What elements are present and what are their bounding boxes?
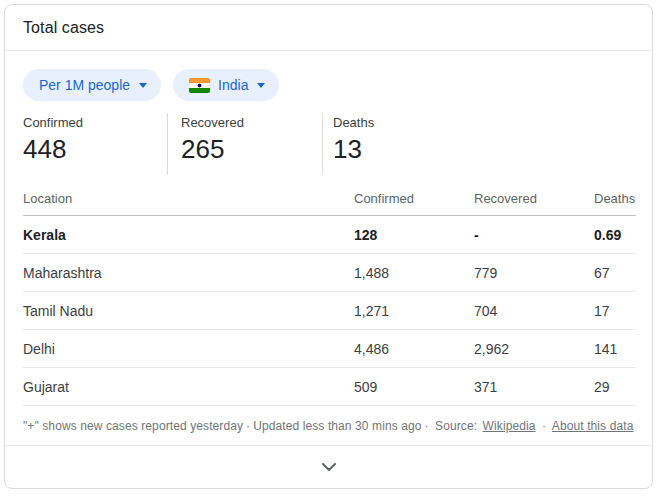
about-this-data-link[interactable]: About this data: [552, 419, 634, 433]
cell-location: Gujarat: [23, 368, 354, 406]
cell-recovered: 371: [474, 368, 594, 406]
stat-recovered-label: Recovered: [181, 115, 322, 131]
region-filter-label: India: [218, 77, 248, 93]
chevron-down-icon: [322, 463, 336, 471]
source-label: Source:: [435, 419, 477, 433]
cell-location: Delhi: [23, 330, 354, 368]
stat-recovered: Recovered 265: [167, 113, 322, 175]
cell-confirmed: 4,486: [354, 330, 474, 368]
cell-recovered: -: [474, 216, 594, 254]
card-title: Total cases: [23, 19, 104, 36]
cell-location: Maharashtra: [23, 254, 354, 292]
stat-deaths-value: 13: [333, 133, 374, 165]
india-flag-icon: [189, 78, 210, 93]
card-header: Total cases: [5, 5, 652, 51]
summary-stats: Confirmed 448 Recovered 265 Deaths 13: [23, 113, 634, 175]
table-row: Gujarat 509 371 29: [23, 368, 636, 406]
wikipedia-link[interactable]: Wikipedia: [483, 419, 536, 433]
cell-recovered: 704: [474, 292, 594, 330]
metric-filter-chip[interactable]: Per 1M people: [23, 69, 161, 101]
expand-button[interactable]: [5, 445, 652, 488]
column-header-deaths: Deaths: [594, 187, 636, 216]
filter-chips-row: Per 1M people India: [23, 69, 634, 101]
region-filter-chip[interactable]: India: [173, 69, 279, 101]
cell-deaths: 29: [594, 368, 636, 406]
cases-table: Location Confirmed Recovered Deaths Kera…: [23, 187, 636, 406]
stat-confirmed-value: 448: [23, 133, 167, 165]
stat-deaths-label: Deaths: [333, 115, 374, 131]
cell-location: Tamil Nadu: [23, 292, 354, 330]
table-row: Maharashtra 1,488 779 67: [23, 254, 636, 292]
table-row: Kerala 128 - 0.69: [23, 216, 636, 254]
table-row: Delhi 4,486 2,962 141: [23, 330, 636, 368]
column-header-confirmed: Confirmed: [354, 187, 474, 216]
cell-deaths: 141: [594, 330, 636, 368]
updated-text: Updated less than 30 mins ago: [253, 419, 421, 433]
cell-recovered: 779: [474, 254, 594, 292]
stat-deaths: Deaths 13: [322, 113, 374, 175]
column-header-location: Location: [23, 187, 354, 216]
cell-recovered: 2,962: [474, 330, 594, 368]
table-header-row: Location Confirmed Recovered Deaths: [23, 187, 636, 216]
cell-confirmed: 1,488: [354, 254, 474, 292]
metric-filter-label: Per 1M people: [39, 77, 130, 93]
cell-deaths: 67: [594, 254, 636, 292]
cell-location: Kerala: [23, 216, 354, 254]
cell-confirmed: 128: [354, 216, 474, 254]
stat-recovered-value: 265: [181, 133, 322, 165]
arrow-drop-down-icon: [139, 83, 147, 88]
cell-deaths: 17: [594, 292, 636, 330]
cell-deaths: 0.69: [594, 216, 636, 254]
total-cases-card: Total cases Per 1M people India Confirme…: [4, 4, 653, 489]
stat-confirmed: Confirmed 448: [23, 113, 167, 175]
table-row: Tamil Nadu 1,271 704 17: [23, 292, 636, 330]
cell-confirmed: 1,271: [354, 292, 474, 330]
stat-confirmed-label: Confirmed: [23, 115, 167, 131]
arrow-drop-down-icon: [257, 83, 265, 88]
footnote-text: "+" shows new cases reported yesterday: [23, 419, 243, 433]
cell-confirmed: 509: [354, 368, 474, 406]
data-attribution: "+" shows new cases reported yesterday·U…: [5, 406, 652, 445]
column-header-recovered: Recovered: [474, 187, 594, 216]
